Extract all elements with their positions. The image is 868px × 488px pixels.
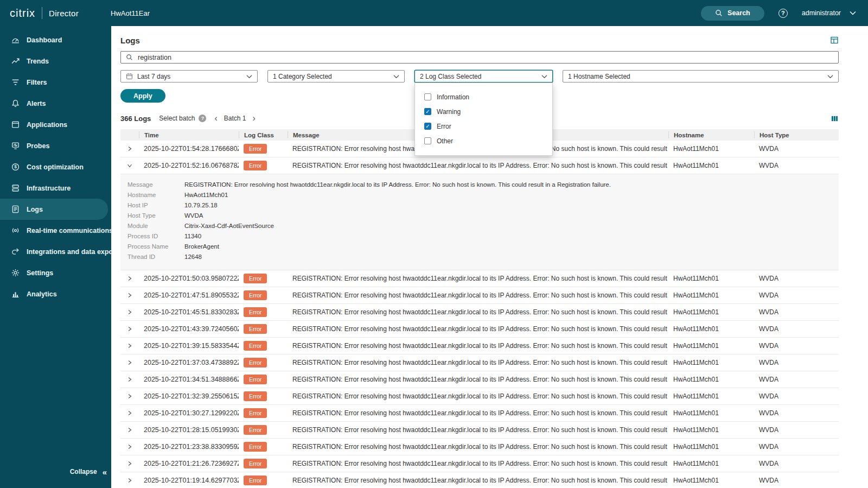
log-table-row[interactable]: 2025-10-22T01:23:38.8330959ZErrorREGISTR… [120,439,839,455]
sidebar-item-label: Dashboard [27,36,62,44]
log-table-row[interactable]: 2025-10-22T01:39:15.5833544ZErrorREGISTR… [120,338,839,354]
log-table-row[interactable]: 2025-10-22T01:50:03.9580722ZErrorREGISTR… [120,270,839,287]
category-dropdown[interactable]: 1 Category Selected [267,70,405,83]
log-class-option-other[interactable]: Other [415,134,552,148]
collapse-icon: « [103,467,106,477]
sidebar-item-trends[interactable]: Trends [0,50,108,72]
log-message: REGISTRATION: Error resolving host hwaot… [288,162,668,169]
detail-row: Thread ID12648 [127,252,839,262]
log-table-row[interactable]: 2025-10-22T01:19:14.6297703ZErrorREGISTR… [120,472,839,488]
log-table-row[interactable]: 2025-10-22T01:45:51.8330283ZErrorREGISTR… [120,304,839,321]
log-hostname: HwAot11Mch01 [668,359,754,366]
log-class-badge: Error [244,408,267,418]
search-label: Search [727,9,750,17]
sidebar-item-probes[interactable]: Probes [0,135,108,156]
sidebar-item-analytics[interactable]: Analytics [0,283,108,305]
logs-search-input[interactable] [138,54,833,61]
log-class-value: 2 Log Class Selected [420,73,537,80]
row-expand-chevron-icon[interactable] [127,163,132,168]
help-badge-icon[interactable]: ? [199,115,206,122]
row-expand-chevron-icon[interactable] [127,360,132,365]
sidebar-item-cost-optimization[interactable]: $Cost optimization [0,156,108,178]
realtime-icon [11,226,20,235]
report-view-icon[interactable] [830,36,839,45]
collapse-button[interactable]: Collapse « [0,461,111,483]
log-hostname: HwAot11Mch01 [668,145,754,153]
log-host-type: WVDA [754,145,839,153]
detail-value: WVDA [184,211,203,220]
detail-value: 10.79.25.18 [184,201,218,210]
log-table-row[interactable]: 2025-10-22T01:43:39.7240560ZErrorREGISTR… [120,321,839,338]
detail-label: Host Type [127,211,184,220]
row-expand-chevron-icon[interactable] [127,394,132,399]
detail-row: ModuleCitrix-Xaxd-Cdf-AotEventSource [127,221,839,231]
log-table-row[interactable]: 2025-10-22T01:37:03.4738892ZErrorREGISTR… [120,354,839,371]
log-host-type: WVDA [754,426,839,434]
sidebar-item-dashboard[interactable]: Dashboard [0,29,108,50]
previous-batch-icon[interactable]: ‹ [214,114,217,123]
log-host-type: WVDA [754,392,839,400]
row-expand-chevron-icon[interactable] [127,444,132,449]
column-settings-icon[interactable] [831,115,839,123]
log-hostname: HwAot11Mch01 [668,325,754,333]
detail-row: Process ID11340 [127,232,839,241]
cost-optimization-icon: $ [11,162,20,172]
checkbox-icon[interactable] [424,93,431,100]
log-table-row[interactable]: 2025-10-22T01:32:39.2550615ZErrorREGISTR… [120,388,839,405]
sidebar-item-infrastructure[interactable]: Infrastructure [0,178,108,199]
apply-button[interactable]: Apply [120,89,165,103]
log-class-dropdown-panel: Information✓Warning✓ErrorOther [414,83,553,156]
row-expand-chevron-icon[interactable] [127,146,132,151]
help-icon[interactable]: ? [778,9,788,18]
log-class-badge: Error [244,476,267,485]
row-expand-chevron-icon[interactable] [127,293,132,298]
next-batch-icon[interactable]: › [252,114,255,123]
sidebar-item-alerts[interactable]: Alerts [0,93,108,114]
log-host-type: WVDA [754,443,839,451]
log-class-option-information[interactable]: Information [415,90,552,104]
logs-page: Logs Last 7 days 1 Category Selected [111,26,868,488]
checkbox-icon[interactable]: ✓ [424,108,431,115]
user-menu[interactable]: administrator [802,9,856,17]
expanded-log-detail: MessageREGISTRATION: Error resolving hos… [120,174,839,270]
log-class-option-warning[interactable]: ✓Warning [415,104,552,119]
sidebar-item-applications[interactable]: Applications [0,114,108,135]
sidebar-item-filters[interactable]: Filters [0,72,108,93]
sidebar-item-logs[interactable]: Logs [0,199,108,220]
row-expand-chevron-icon[interactable] [127,309,132,315]
log-class-dropdown[interactable]: 2 Log Class Selected [414,70,553,83]
log-class-badge: Error [244,307,267,317]
brand-area: citrix Director [0,7,102,20]
row-expand-chevron-icon[interactable] [127,276,132,281]
log-class-option-error[interactable]: ✓Error [415,119,552,134]
sidebar-item-integrations-and-data-exports[interactable]: Integrations and data exports [0,241,108,262]
log-hostname: HwAot11Mch01 [668,426,754,434]
log-table-row[interactable]: 2025-10-22T01:28:15.0519930ZErrorREGISTR… [120,422,839,439]
dashboard-icon [11,35,20,45]
log-class-badge: Error [244,425,267,435]
date-range-dropdown[interactable]: Last 7 days [120,70,258,83]
log-table-row[interactable]: 2025-10-22T01:21:26.7236927ZErrorREGISTR… [120,455,839,472]
global-search-button[interactable]: Search [701,6,764,21]
checkbox-icon[interactable] [424,137,431,144]
sidebar-item-settings[interactable]: Settings [0,262,108,283]
checkbox-icon[interactable]: ✓ [424,123,431,130]
log-table-row[interactable]: 2025-10-22T01:30:27.1299220ZErrorREGISTR… [120,405,839,422]
row-expand-chevron-icon[interactable] [127,427,132,433]
integrations-icon [11,247,20,256]
row-expand-chevron-icon[interactable] [127,478,132,483]
hostname-dropdown[interactable]: 1 Hostname Selected [563,70,839,83]
log-class-badge: Error [244,358,267,367]
detail-value: REGISTRATION: Error resolving host hwaot… [184,180,611,189]
log-table-row[interactable]: 2025-10-22T01:34:51.3488866ZErrorREGISTR… [120,371,839,388]
row-expand-chevron-icon[interactable] [127,377,132,382]
select-batch[interactable]: Select batch ? [159,115,206,122]
row-expand-chevron-icon[interactable] [127,326,132,332]
row-expand-chevron-icon[interactable] [127,410,132,416]
row-expand-chevron-icon[interactable] [127,461,132,466]
sidebar-item-real-time-communications[interactable]: Real-time communications [0,220,108,241]
log-table-row[interactable]: 2025-10-22T01:47:51.8905532ZErrorREGISTR… [120,287,839,304]
log-hostname: HwAot11Mch01 [668,342,754,350]
log-table-row[interactable]: 2025-10-22T01:52:16.0676878ZErrorREGISTR… [120,157,839,174]
row-expand-chevron-icon[interactable] [127,343,132,348]
